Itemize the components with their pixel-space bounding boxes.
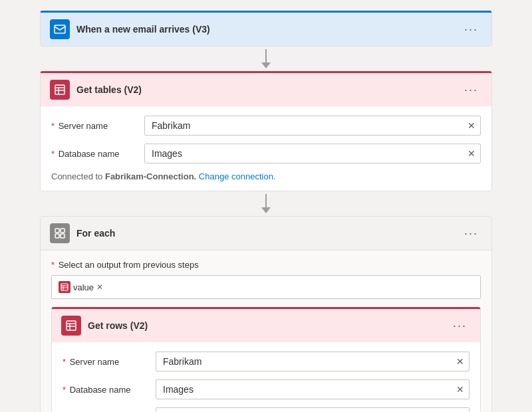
- for-each-body: * Select an output from previous steps v…: [41, 251, 491, 412]
- for-each-header: For each ···: [41, 217, 491, 251]
- value-token-text: value: [73, 282, 94, 292]
- email-trigger-card: When a new email arrives (V3) ···: [40, 11, 492, 47]
- rows-database-row: * Database name ✕: [63, 379, 469, 399]
- server-name-row: * Server name ✕: [51, 116, 481, 136]
- value-token-icon: [59, 281, 70, 293]
- foreach-icon: [50, 223, 70, 243]
- server-name-input-wrap: ✕: [144, 116, 481, 136]
- flow-container: When a new email arrives (V3) ··· Get ta…: [40, 11, 492, 412]
- get-tables-card: Get tables (V2) ··· * Server name ✕ * Da…: [40, 71, 492, 191]
- svg-rect-0: [55, 25, 65, 33]
- email-trigger-header: When a new email arrives (V3) ···: [41, 13, 491, 46]
- email-icon: [50, 19, 70, 39]
- table-token-input[interactable]: Name ✕: [156, 407, 469, 412]
- get-rows-body: * Server name ✕ * Database name: [52, 342, 480, 412]
- get-rows-menu[interactable]: ···: [449, 318, 471, 334]
- get-rows-title: Get rows (V2): [88, 320, 449, 331]
- for-each-card: For each ··· * Select an output from pre…: [40, 216, 492, 412]
- arrow-line-1: [265, 49, 267, 62]
- get-rows-card: Get rows (V2) ··· * Server name ✕: [51, 307, 481, 412]
- svg-rect-9: [61, 284, 68, 290]
- rows-database-input-wrap: ✕: [156, 379, 469, 399]
- server-name-label: * Server name: [51, 121, 144, 131]
- server-name-input[interactable]: [144, 116, 481, 136]
- rows-database-label: * Database name: [63, 385, 156, 395]
- svg-rect-8: [61, 234, 65, 238]
- rows-database-input[interactable]: [156, 379, 469, 399]
- value-token-close[interactable]: ✕: [96, 282, 103, 292]
- foreach-title: For each: [76, 228, 460, 239]
- get-tables-body: * Server name ✕ * Database name ✕: [41, 106, 491, 191]
- svg-rect-13: [66, 321, 76, 330]
- arrow-1: [261, 47, 271, 71]
- rows-table-input-wrap: Name ✕ ✕: [156, 407, 469, 412]
- rows-server-row: * Server name ✕: [63, 352, 469, 371]
- get-rows-icon: [61, 316, 81, 336]
- get-tables-menu[interactable]: ···: [460, 82, 482, 98]
- email-trigger-title: When a new email arrives (V3): [76, 24, 460, 35]
- email-trigger-menu[interactable]: ···: [460, 21, 482, 38]
- database-name-input[interactable]: [144, 144, 481, 163]
- database-name-clear[interactable]: ✕: [467, 148, 475, 159]
- svg-rect-6: [61, 229, 65, 233]
- rows-server-input-wrap: ✕: [156, 352, 469, 371]
- select-output-label: * Select an output from previous steps: [51, 260, 481, 270]
- get-rows-header: Get rows (V2) ···: [52, 309, 480, 342]
- get-tables-icon: [50, 80, 70, 100]
- get-tables-connection: Connected to Fabrikam-Connection. Change…: [51, 171, 481, 181]
- rows-server-clear[interactable]: ✕: [456, 356, 464, 367]
- get-tables-title: Get tables (V2): [76, 84, 460, 95]
- svg-rect-5: [55, 229, 59, 233]
- server-name-clear[interactable]: ✕: [467, 120, 475, 131]
- value-token: value ✕: [59, 281, 103, 293]
- foreach-token-input[interactable]: value ✕: [51, 275, 481, 299]
- arrow-head-2: [261, 207, 271, 213]
- svg-rect-7: [55, 234, 59, 238]
- get-tables-header: Get tables (V2) ···: [41, 73, 491, 106]
- arrow-line-2: [265, 194, 267, 207]
- rows-server-label: * Server name: [63, 357, 156, 367]
- rows-table-row: * Table name: [63, 407, 469, 412]
- arrow-head-1: [261, 62, 271, 68]
- database-name-label: * Database name: [51, 149, 144, 159]
- database-name-row: * Database name ✕: [51, 144, 481, 163]
- rows-database-clear[interactable]: ✕: [456, 384, 464, 395]
- database-name-input-wrap: ✕: [144, 144, 481, 163]
- rows-server-input[interactable]: [156, 352, 469, 371]
- foreach-menu[interactable]: ···: [460, 225, 482, 242]
- get-tables-change-connection[interactable]: Change connection.: [199, 171, 276, 181]
- svg-rect-1: [55, 85, 65, 94]
- arrow-2: [261, 191, 271, 216]
